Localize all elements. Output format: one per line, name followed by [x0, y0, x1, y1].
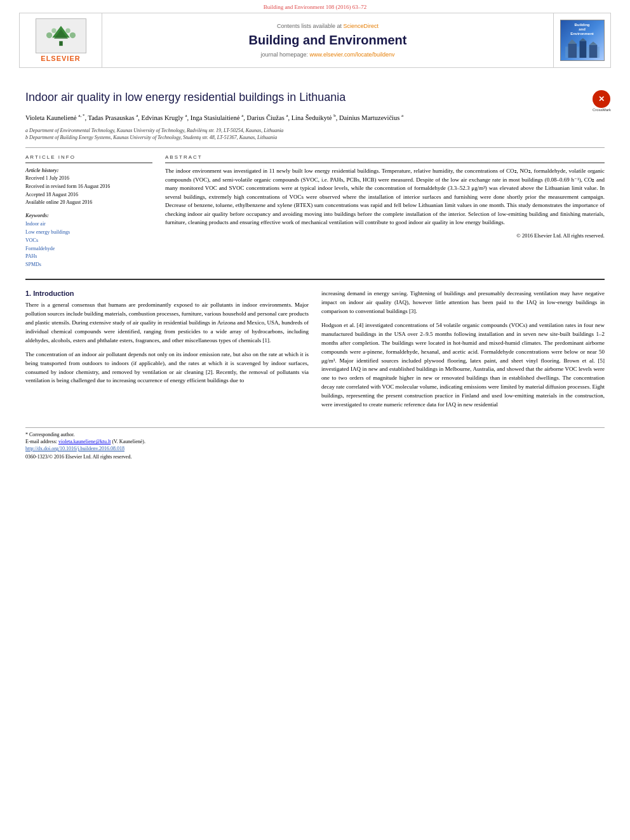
- citation-text: Building and Environment 108 (2016) 63–7…: [264, 4, 367, 10]
- intro-paragraph-3: increasing demand in energy saving. Tigh…: [321, 290, 605, 316]
- journal-header-thumb: BuildingandEnvironment: [553, 13, 610, 67]
- body-two-col: 1. Introduction There is a general conse…: [25, 290, 605, 415]
- article-info-header: Article Info: [25, 154, 152, 160]
- abstract-divider: [165, 163, 605, 163]
- journal-thumb-title: BuildingandEnvironment: [570, 23, 594, 37]
- corresponding-label: * Corresponding author.: [25, 432, 75, 437]
- keywords-label: Keywords:: [25, 212, 152, 218]
- received-date: Received 1 July 2016: [25, 175, 152, 183]
- article-title: Indoor air quality in low energy residen…: [25, 90, 605, 105]
- author-email[interactable]: violeta.kauneliene@ktu.lt: [58, 439, 111, 444]
- email-label: E-mail address:: [25, 439, 57, 444]
- email-suffix: (V. Kaunelienė).: [112, 439, 145, 444]
- abstract-copyright: © 2016 Elsevier Ltd. All rights reserved…: [165, 232, 605, 239]
- abstract-col: Abstract The indoor environment was inve…: [165, 154, 605, 269]
- intro-paragraph-2: The concentration of an indoor air pollu…: [25, 350, 309, 386]
- svg-rect-0: [59, 41, 63, 46]
- corresponding-author-note: * Corresponding author.: [25, 432, 605, 437]
- crossmark-label: CrossMark: [593, 108, 611, 112]
- svg-point-5: [51, 29, 56, 33]
- sciencedirect-line: Contents lists available at ScienceDirec…: [277, 23, 379, 29]
- affiliations: a Department of Environmental Technology…: [25, 127, 605, 141]
- crossmark-badge[interactable]: ✕ CrossMark: [593, 90, 611, 112]
- journal-header-center: Contents lists available at ScienceDirec…: [102, 13, 553, 67]
- article-info-col: Article Info Article history: Received 1…: [25, 154, 152, 269]
- footer-area: * Corresponding author. E-mail address: …: [25, 427, 605, 460]
- affiliation-a: a Department of Environmental Technology…: [25, 127, 605, 134]
- abstract-header: Abstract: [165, 154, 605, 160]
- keywords-section: Keywords: Indoor air Low energy building…: [25, 212, 152, 269]
- article-title-row: Indoor air quality in low energy residen…: [25, 90, 605, 105]
- keyword-6: SPMDs: [25, 261, 152, 269]
- sciencedirect-link[interactable]: ScienceDirect: [344, 23, 379, 29]
- doi-line[interactable]: http://dx.doi.org/10.1016/j.buildenv.201…: [25, 446, 605, 451]
- affiliation-b: b Department of Building Energy Systems,…: [25, 134, 605, 141]
- email-line: E-mail address: violeta.kauneliene@ktu.l…: [25, 439, 605, 444]
- journal-thumbnail: BuildingandEnvironment: [560, 20, 605, 61]
- svg-point-3: [46, 32, 51, 38]
- info-abstract-cols: Article Info Article history: Received 1…: [25, 154, 605, 269]
- crossmark-icon: ✕: [593, 90, 610, 108]
- keyword-5: PAHs: [25, 253, 152, 261]
- svg-marker-11: [568, 39, 576, 43]
- keyword-1: Indoor air: [25, 220, 152, 229]
- keyword-4: Formaldehyde: [25, 245, 152, 253]
- svg-marker-12: [579, 38, 586, 41]
- abstract-text: The indoor environment was investigated …: [165, 167, 605, 227]
- accepted-date: Accepted 18 August 2016: [25, 191, 152, 199]
- journal-citation: Building and Environment 108 (2016) 63–7…: [0, 0, 630, 13]
- elsevier-wordmark: ELSEVIER: [41, 55, 80, 62]
- elsevier-logo-image: [36, 18, 86, 53]
- journal-header-logo: ELSEVIER: [20, 13, 102, 67]
- journal-homepage-link[interactable]: www.elsevier.com/locate/buildenv: [310, 51, 395, 58]
- journal-homepage: journal homepage: www.elsevier.com/locat…: [260, 51, 394, 58]
- svg-point-4: [69, 32, 75, 38]
- journal-header: ELSEVIER Contents lists available at Sci…: [19, 13, 611, 68]
- intro-paragraph-4: Hodgson et al. [4] investigated concentr…: [321, 321, 605, 410]
- keyword-3: VOCs: [25, 237, 152, 245]
- svg-rect-10: [589, 44, 597, 58]
- section-divider: [25, 147, 605, 148]
- intro-title: Introduction: [33, 290, 74, 297]
- svg-marker-13: [589, 41, 597, 44]
- body-col-right: increasing demand in energy saving. Tigh…: [321, 290, 605, 415]
- body-divider: [25, 279, 605, 280]
- keyword-2: Low energy buildings: [25, 229, 152, 237]
- article-dates: Received 1 July 2016 Received in revised…: [25, 175, 152, 207]
- footer-copyright: 0360-1323/© 2016 Elsevier Ltd. All right…: [25, 454, 605, 460]
- intro-heading: 1. Introduction: [25, 290, 309, 297]
- authors-line: Violeta Kaunelienė a, *, Tadas Prasauska…: [25, 112, 605, 123]
- svg-rect-8: [568, 44, 576, 58]
- revised-date: Received in revised form 16 August 2016: [25, 183, 152, 191]
- elsevier-logo: ELSEVIER: [36, 18, 86, 62]
- svg-rect-9: [579, 41, 586, 58]
- online-date: Available online 20 August 2016: [25, 199, 152, 207]
- article-history-label: Article history:: [25, 167, 152, 173]
- article-info-divider: [25, 163, 152, 163]
- intro-number: 1.: [25, 290, 31, 297]
- intro-paragraph-1: There is a general consensus that humans…: [25, 301, 309, 345]
- body-col-left: 1. Introduction There is a general conse…: [25, 290, 309, 415]
- svg-point-6: [65, 29, 70, 33]
- journal-title: Building and Environment: [249, 33, 407, 48]
- main-content: Indoor air quality in low energy residen…: [0, 68, 630, 474]
